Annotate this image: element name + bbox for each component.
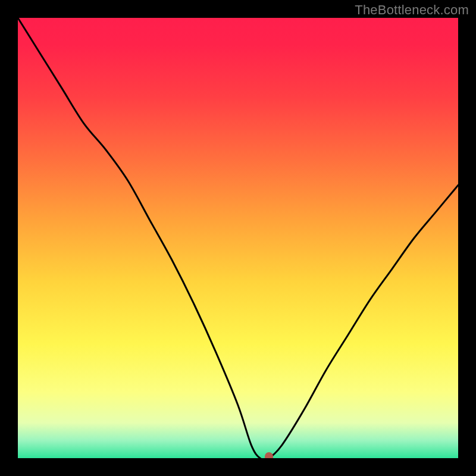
plot-area <box>18 18 458 458</box>
watermark-text: TheBottleneck.com <box>355 2 469 18</box>
curve-path <box>18 18 458 458</box>
bottleneck-curve <box>18 18 458 458</box>
optimal-marker <box>265 452 273 458</box>
chart-frame: TheBottleneck.com <box>0 0 476 476</box>
